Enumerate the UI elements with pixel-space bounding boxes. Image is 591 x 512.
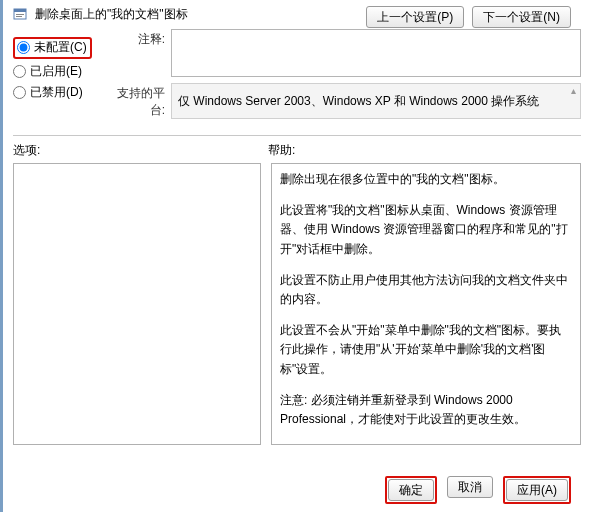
scroll-up-icon[interactable]: ▴ bbox=[571, 86, 576, 96]
help-paragraph: 此设置不会从"开始"菜单中删除"我的文档"图标。要执行此操作，请使用"从'开始'… bbox=[280, 321, 572, 379]
help-paragraph: 此设置不防止用户使用其他方法访问我的文档文件夹中的内容。 bbox=[280, 271, 572, 309]
not-configured-highlight: 未配置(C) bbox=[13, 37, 92, 59]
page-title: 删除桌面上的"我的文档"图标 bbox=[35, 6, 188, 23]
nav-buttons: 上一个设置(P) 下一个设置(N) bbox=[366, 6, 571, 28]
radio-enabled[interactable] bbox=[13, 65, 26, 78]
radio-not-configured-label: 未配置(C) bbox=[34, 39, 87, 56]
help-label: 帮助: bbox=[268, 142, 295, 159]
options-label: 选项: bbox=[13, 142, 268, 159]
cancel-button[interactable]: 取消 bbox=[447, 476, 493, 498]
separator bbox=[13, 135, 581, 136]
svg-rect-1 bbox=[14, 9, 26, 12]
radio-disabled-label: 已禁用(D) bbox=[30, 84, 83, 101]
apply-button[interactable]: 应用(A) bbox=[506, 479, 568, 501]
bottom-buttons: 确定 取消 应用(A) bbox=[385, 476, 571, 504]
options-panel bbox=[13, 163, 261, 445]
comment-label: 注释: bbox=[111, 29, 171, 77]
right-column: 注释: 支持的平台: 仅 Windows Server 2003、Windows… bbox=[111, 29, 581, 125]
comment-input[interactable] bbox=[171, 29, 581, 77]
help-paragraph: 删除出现在很多位置中的"我的文档"图标。 bbox=[280, 170, 572, 189]
panels: 删除出现在很多位置中的"我的文档"图标。 此设置将"我的文档"图标从桌面、Win… bbox=[13, 163, 581, 445]
radio-enabled-label: 已启用(E) bbox=[30, 63, 82, 80]
radio-not-configured[interactable] bbox=[17, 41, 30, 54]
help-paragraph: 注意: 必须注销并重新登录到 Windows 2000 Professional… bbox=[280, 391, 572, 429]
next-setting-button[interactable]: 下一个设置(N) bbox=[472, 6, 571, 28]
platform-box: 仅 Windows Server 2003、Windows XP 和 Windo… bbox=[171, 83, 581, 119]
main-area: 未配置(C) 已启用(E) 已禁用(D) 注释: 支持的平台: 仅 Window… bbox=[13, 29, 581, 125]
policy-icon bbox=[13, 7, 29, 23]
platform-label: 支持的平台: bbox=[111, 83, 171, 119]
help-panel[interactable]: 删除出现在很多位置中的"我的文档"图标。 此设置将"我的文档"图标从桌面、Win… bbox=[271, 163, 581, 445]
svg-rect-3 bbox=[16, 16, 22, 17]
ok-highlight: 确定 bbox=[385, 476, 437, 504]
svg-rect-2 bbox=[16, 14, 24, 15]
ok-button[interactable]: 确定 bbox=[388, 479, 434, 501]
radio-group: 未配置(C) 已启用(E) 已禁用(D) bbox=[13, 29, 103, 125]
help-paragraph: 此设置将"我的文档"图标从桌面、Windows 资源管理器、使用 Windows… bbox=[280, 201, 572, 259]
prev-setting-button[interactable]: 上一个设置(P) bbox=[366, 6, 464, 28]
panels-header: 选项: 帮助: bbox=[13, 142, 581, 159]
apply-highlight: 应用(A) bbox=[503, 476, 571, 504]
platform-text: 仅 Windows Server 2003、Windows XP 和 Windo… bbox=[178, 93, 539, 110]
radio-disabled[interactable] bbox=[13, 86, 26, 99]
